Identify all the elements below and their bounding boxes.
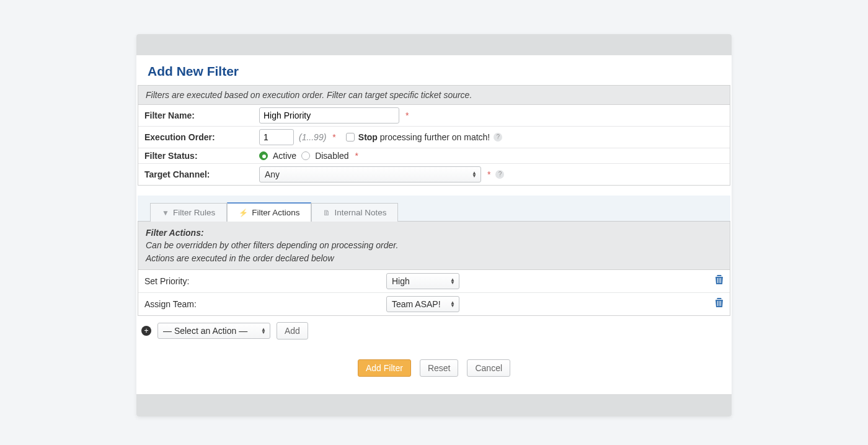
filter-status-label: Filter Status: (144, 151, 259, 161)
select-action-placeholder: — Select an Action — (163, 326, 247, 336)
delete-action-button[interactable] (715, 275, 724, 287)
action-row-assign-team: Assign Team: Team ASAP! ▲▼ (138, 293, 730, 315)
filter-form-card: Add New Filter Filters are executed base… (136, 34, 732, 416)
status-disabled-radio[interactable] (301, 151, 310, 160)
stop-processing-label: Stop processing further on match! (358, 132, 490, 142)
filter-name-label: Filter Name: (144, 110, 259, 120)
fields-section: Filter Name: * Execution Order: (1...99)… (138, 105, 730, 186)
status-active-label: Active (273, 151, 296, 161)
form-buttons: Add Filter Reset Cancel (136, 346, 732, 394)
action-label: Assign Team: (144, 299, 386, 309)
target-channel-label: Target Channel: (144, 169, 259, 179)
action-label: Set Priority: (144, 276, 386, 286)
status-active-radio[interactable] (259, 151, 268, 160)
cancel-button[interactable]: Cancel (467, 359, 510, 377)
team-value: Team ASAP! (392, 299, 441, 309)
plus-icon: + (141, 326, 151, 336)
chevron-updown-icon: ▲▼ (450, 301, 455, 307)
funnel-icon: ▼ (162, 209, 169, 217)
stop-rest: processing further on match! (378, 132, 490, 142)
tab-filter-rules[interactable]: ▼ Filter Rules (150, 203, 227, 222)
trash-icon (715, 298, 724, 308)
target-channel-select[interactable]: Any ▲▼ (259, 166, 481, 182)
section-line2: Actions are executed in the order declar… (146, 253, 334, 263)
reset-button[interactable]: Reset (420, 359, 459, 377)
row-filter-name: Filter Name: * (138, 105, 730, 127)
row-execution-order: Execution Order: (1...99) * Stop process… (138, 127, 730, 148)
tabs-bar: ▼ Filter Rules ⚡ Filter Actions 🗎 Intern… (138, 196, 730, 222)
stop-bold: Stop (358, 132, 378, 142)
status-disabled-label: Disabled (315, 151, 348, 161)
action-row-set-priority: Set Priority: High ▲▼ (138, 270, 730, 293)
tab-label: Internal Notes (334, 208, 386, 217)
chevron-updown-icon: ▲▼ (261, 328, 266, 334)
filter-name-input[interactable] (259, 107, 399, 124)
bolt-icon: ⚡ (239, 209, 248, 217)
help-icon[interactable]: ? (495, 170, 504, 179)
select-action-dropdown[interactable]: — Select an Action — ▲▼ (157, 323, 270, 339)
file-icon: 🗎 (323, 209, 330, 217)
chevron-updown-icon: ▲▼ (450, 278, 455, 284)
add-filter-button[interactable]: Add Filter (358, 359, 411, 377)
chevron-updown-icon: ▲▼ (472, 171, 477, 178)
section-line1: Can be overridden by other filters depen… (146, 240, 398, 250)
delete-action-button[interactable] (715, 298, 724, 310)
card-bottom-bar (136, 394, 732, 416)
required-mark: * (405, 110, 409, 120)
target-channel-value: Any (265, 169, 280, 179)
priority-select[interactable]: High ▲▼ (386, 273, 459, 289)
section-title: Filter Actions: (146, 228, 204, 238)
filter-actions-banner: Filter Actions: Can be overridden by oth… (138, 222, 730, 270)
tab-label: Filter Actions (252, 208, 299, 217)
execution-order-input[interactable] (259, 129, 294, 145)
execution-order-hint: (1...99) (299, 132, 326, 142)
add-action-row: + — Select an Action — ▲▼ Add (136, 316, 732, 346)
tab-internal-notes[interactable]: 🗎 Internal Notes (311, 203, 398, 222)
trash-icon (715, 275, 724, 285)
info-banner: Filters are executed based on execution … (138, 85, 730, 105)
actions-list: Set Priority: High ▲▼ Assign Team: Team … (138, 270, 730, 316)
stop-processing-checkbox[interactable] (346, 133, 355, 142)
team-select[interactable]: Team ASAP! ▲▼ (386, 296, 459, 312)
priority-value: High (392, 276, 410, 286)
execution-order-label: Execution Order: (144, 132, 259, 142)
required-mark: * (487, 169, 490, 179)
tab-label: Filter Rules (173, 208, 215, 217)
card-top-bar (136, 34, 732, 55)
row-target-channel: Target Channel: Any ▲▼ * ? (138, 164, 730, 185)
row-filter-status: Filter Status: Active Disabled * (138, 148, 730, 164)
help-icon[interactable]: ? (494, 133, 502, 142)
tab-filter-actions[interactable]: ⚡ Filter Actions (227, 202, 311, 222)
required-mark: * (355, 151, 358, 161)
page-title: Add New Filter (136, 55, 732, 85)
required-mark: * (332, 132, 335, 142)
add-action-button[interactable]: Add (277, 322, 308, 339)
